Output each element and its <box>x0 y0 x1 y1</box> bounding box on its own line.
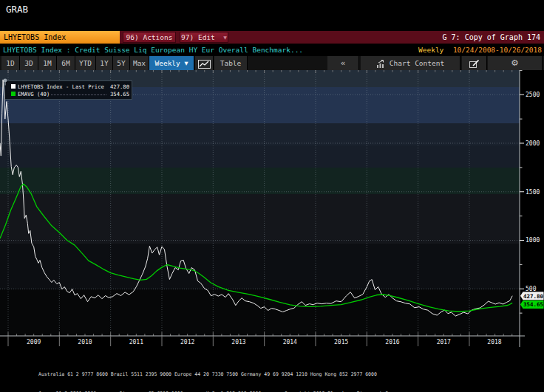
x-axis-year-label: 2014 <box>283 339 297 345</box>
price-chart[interactable]: 5001000150020002500200920102011201220132… <box>0 70 544 351</box>
chevron-down-icon: ▼ <box>223 35 227 40</box>
actions-button-label: 96) Actions <box>126 33 173 41</box>
x-axis-year-label: 2011 <box>129 339 143 345</box>
frequency-selector-label: Weekly <box>154 59 180 67</box>
bloomberg-terminal-window: GRAB LHYETOBS Index 96) Actions ▼ 97) Ed… <box>0 0 544 392</box>
subtitle-bar: LHYETOBS Index : Credit Suisse Liq Europ… <box>0 44 544 55</box>
edit-button[interactable]: 97) Edit ▼ <box>180 32 228 43</box>
period-button-1d[interactable]: 1D <box>1 56 20 70</box>
chart-type-button[interactable] <box>195 56 214 70</box>
annotate-button[interactable] <box>462 56 487 70</box>
series-swatch-white <box>11 84 16 89</box>
terminal-footer: Australia 61 2 9777 8600 Brazil 5511 239… <box>38 359 358 392</box>
period-button-6m[interactable]: 6M <box>57 56 75 70</box>
chart-content-label: Chart Content <box>390 59 444 67</box>
period-button-1m[interactable]: 1M <box>38 56 57 70</box>
chart-toolbar: 1D 3D 1M 6M YTD 1Y 5Y Max Weekly ▼ Table… <box>0 56 544 70</box>
security-ticker-field[interactable]: LHYETOBS Index <box>0 31 120 44</box>
chart-bg-band <box>0 244 520 289</box>
settings-button[interactable]: ⚙ <box>488 56 543 70</box>
period-button-max[interactable]: Max <box>130 56 149 70</box>
pin-icon[interactable] <box>2 78 8 86</box>
grab-label: GRAB <box>6 4 28 15</box>
edit-button-label: 97) Edit <box>181 33 215 41</box>
y-axis-label: 2000 <box>526 140 540 147</box>
x-axis-year-label: 2017 <box>437 339 451 345</box>
x-axis-year-label: 2012 <box>180 339 194 345</box>
chart-bg-band <box>0 194 520 244</box>
legend-row-last-price[interactable]: LHYETOBS Index - Last Price 427.80 <box>7 83 129 90</box>
footer-line: Australia 61 2 9777 8600 Brazil 5511 239… <box>38 371 358 378</box>
frequency-label: Weekly <box>418 44 443 55</box>
legend-label: LHYETOBS Index - Last Price <box>18 83 104 90</box>
x-axis-year-label: 2009 <box>27 339 41 345</box>
series-swatch-green <box>11 92 16 96</box>
line-chart-icon <box>198 60 211 69</box>
x-axis-year-label: 2016 <box>385 339 399 345</box>
period-button-5y[interactable]: 5Y <box>113 56 130 70</box>
flag-value-label: 354.65 <box>523 301 543 308</box>
chevron-down-icon: ▼ <box>185 61 188 66</box>
legend-value: 427.80 <box>108 83 129 90</box>
legend-dotted-leader <box>51 92 106 95</box>
table-button[interactable]: Table <box>214 56 248 70</box>
chart-legend: LHYETOBS Index - Last Price 427.80 EMAVG… <box>4 80 132 100</box>
x-axis-year-label: 2015 <box>334 339 348 345</box>
y-axis-label: 2500 <box>526 92 540 98</box>
collapse-panel-button[interactable]: « <box>327 56 359 70</box>
period-button-1y[interactable]: 1Y <box>96 56 113 70</box>
date-range-label: 10/24/2008-10/26/2018 <box>453 44 542 55</box>
chart-bg-band <box>0 123 520 145</box>
annotate-pencil-icon <box>469 60 480 68</box>
x-axis-year-label: 2018 <box>487 339 501 345</box>
y-axis-label: 500 <box>526 286 537 292</box>
chart-description: LHYETOBS Index : Credit Suisse Liq Europ… <box>3 44 303 55</box>
legend-label: EMAVG (40) <box>18 91 50 97</box>
actions-button[interactable]: 96) Actions ▼ <box>123 32 176 43</box>
graph-title: G 7: Copy of Graph 174 <box>443 31 540 44</box>
chart-bg-band <box>0 145 520 168</box>
chart-content-button[interactable]: Chart Content <box>361 56 460 70</box>
gear-icon: ⚙ <box>511 58 518 68</box>
y-axis-label: 1500 <box>526 189 540 196</box>
y-axis-label: 1000 <box>526 237 540 244</box>
x-axis-year-label: 2013 <box>231 339 245 345</box>
legend-value: 354.65 <box>108 91 129 97</box>
period-button-ytd[interactable]: YTD <box>75 56 96 70</box>
period-button-3d[interactable]: 3D <box>20 56 38 70</box>
legend-row-emavg[interactable]: EMAVG (40) 354.65 <box>7 90 129 97</box>
bar-chart-arrow-icon <box>376 60 387 68</box>
frequency-selector[interactable]: Weekly ▼ <box>149 56 194 70</box>
x-axis-year-label: 2010 <box>78 339 92 345</box>
title-bar: LHYETOBS Index 96) Actions ▼ 97) Edit ▼ … <box>0 31 544 44</box>
chart-bg-band <box>0 168 520 194</box>
flag-value-label: 427.80 <box>523 293 544 300</box>
